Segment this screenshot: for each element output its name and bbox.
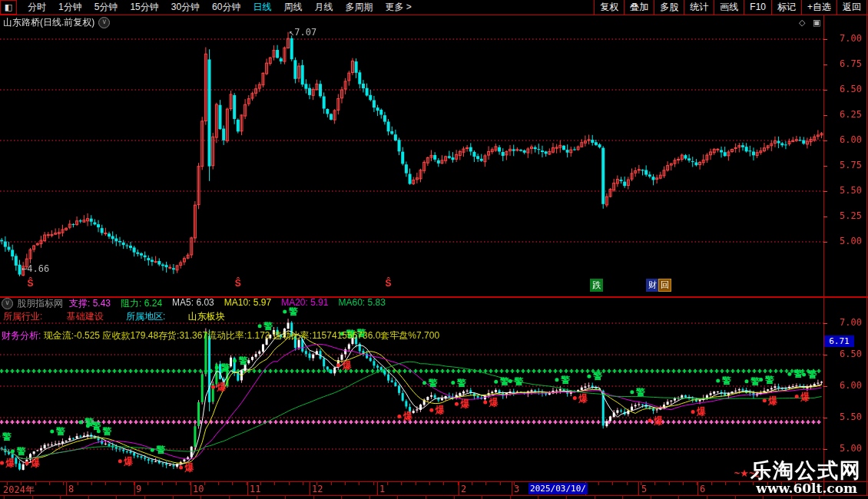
candlestick-chart-canvas[interactable] xyxy=(0,0,868,499)
axis-minor-tick xyxy=(91,482,92,485)
period-tab[interactable]: 周线 xyxy=(277,0,308,15)
month-separator xyxy=(377,482,378,495)
axis-minor-tick xyxy=(35,482,36,485)
axis-minor-tick xyxy=(49,482,50,485)
month-separator xyxy=(134,482,135,495)
period-tab[interactable]: 15分钟 xyxy=(124,0,164,15)
toolbar-button[interactable]: 多股 xyxy=(654,0,684,15)
axis-tick xyxy=(823,90,827,91)
clipped-row-tick xyxy=(622,496,623,499)
event-tag[interactable]: 回 xyxy=(658,279,671,292)
axis-price-label: 5.00 xyxy=(827,443,862,454)
month-separator xyxy=(66,482,67,495)
period-tab[interactable]: 更多 > xyxy=(379,0,417,15)
month-label: 2024年 xyxy=(3,484,35,497)
axis-minor-tick xyxy=(443,482,444,485)
indicator-pair: MA20: 5.91 xyxy=(281,297,328,310)
event-tag[interactable]: 财 xyxy=(646,279,659,292)
toolbar-button[interactable]: 统计 xyxy=(684,0,714,15)
layout-icon[interactable]: ▣ xyxy=(813,18,820,28)
axis-minor-tick xyxy=(162,482,163,485)
axis-price-label: 6.00 xyxy=(827,380,862,391)
collapse-chevron-icon[interactable]: ∨ xyxy=(98,17,110,28)
dividend-mark: Ŝ xyxy=(235,278,241,289)
axis-minor-tick xyxy=(218,482,219,485)
top-toolbar: ◧ 分时1分钟5分钟15分钟30分钟60分钟日线周线月线多周期更多 > 复权叠加… xyxy=(0,0,868,15)
axis-tick xyxy=(823,418,827,418)
axis-tick xyxy=(823,166,827,167)
toolbar-button[interactable]: 返回 xyxy=(837,0,867,15)
axis-minor-tick xyxy=(697,482,697,485)
clipped-row-tick xyxy=(257,496,257,499)
axis-minor-tick xyxy=(331,482,332,485)
event-tag[interactable]: 跌 xyxy=(590,279,603,292)
clipped-row-tick xyxy=(144,496,145,499)
indicator-pair: 支撑: 5.43 xyxy=(69,297,111,310)
clipped-row-tick xyxy=(88,496,89,499)
axis-minor-tick xyxy=(458,482,459,485)
period-tab[interactable]: 5分钟 xyxy=(88,0,124,15)
month-separator xyxy=(247,482,248,495)
toolbar-buttons: 复权叠加多股统计画线F10标记+自选返回 xyxy=(594,0,867,15)
clipped-row-tick xyxy=(116,496,117,499)
axis-minor-tick xyxy=(627,482,628,485)
toolbar-divider xyxy=(0,15,868,15)
period-tab[interactable]: 多周期 xyxy=(339,0,379,15)
clipped-row-tick xyxy=(200,496,201,499)
period-tab[interactable]: 月线 xyxy=(308,0,339,15)
watermark-site-url: www.60lt.com xyxy=(756,481,857,496)
axis-price-label: 5.75 xyxy=(827,160,862,170)
clipped-row-tick xyxy=(426,496,426,499)
period-tab[interactable]: 日线 xyxy=(247,0,277,15)
axis-minor-tick xyxy=(683,482,684,485)
clipped-row-tick xyxy=(229,496,230,499)
brand-label: 股朋指标网 xyxy=(17,297,63,310)
toolbar-button[interactable]: 标记 xyxy=(771,0,801,15)
month-label: 10 xyxy=(193,484,204,494)
indicator-pair: MA10: 5.97 xyxy=(224,297,271,310)
period-tab[interactable]: 1分钟 xyxy=(52,0,88,15)
month-separator xyxy=(310,482,310,495)
axis-minor-tick xyxy=(105,482,106,485)
month-separator xyxy=(459,482,459,495)
toolbar-button[interactable]: 复权 xyxy=(594,0,624,15)
period-tab[interactable]: 30分钟 xyxy=(165,0,206,15)
diamond-icon[interactable]: ◇ xyxy=(799,18,805,28)
indicator-pair: MA5: 6.03 xyxy=(172,297,214,310)
axis-minor-tick xyxy=(303,482,303,485)
axis-price-label: 7.00 xyxy=(827,33,862,44)
axis-tick xyxy=(823,115,827,116)
month-label: 12 xyxy=(312,484,323,494)
axis-bottom-line xyxy=(0,495,868,496)
indicator-pair: MA60: 5.83 xyxy=(339,297,386,310)
chart-title-row: 山东路桥(日线.前复权) ∨ xyxy=(3,16,110,29)
clipped-row-tick xyxy=(285,496,286,499)
brand-collapse-icon[interactable]: ∨ xyxy=(2,298,13,309)
chart-title: 山东路桥(日线.前复权) xyxy=(3,16,94,29)
axis-minor-tick xyxy=(289,482,290,485)
region-value[interactable]: 山东板块 xyxy=(188,311,225,322)
toolbar-button[interactable]: 画线 xyxy=(714,0,744,15)
industry-value[interactable]: 基础建设 xyxy=(67,311,104,322)
toolbar-button[interactable]: 叠加 xyxy=(624,0,654,15)
selected-date-badge: 2025/03/10/— xyxy=(528,483,588,494)
axis-minor-tick xyxy=(204,482,205,485)
axis-tick xyxy=(823,355,827,355)
axis-minor-tick xyxy=(598,482,599,485)
axis-price-label: 7.00 xyxy=(827,317,862,328)
period-tab[interactable]: 60分钟 xyxy=(206,0,247,15)
axis-price-label: 5.25 xyxy=(827,210,862,221)
toolbar-button[interactable]: F10 xyxy=(744,0,771,15)
clipped-row-tick xyxy=(313,496,314,499)
clipped-row-tick xyxy=(341,496,342,499)
window-split-icon[interactable]: ◧ xyxy=(0,0,17,15)
axis-top-line xyxy=(0,481,868,482)
axis-minor-tick xyxy=(739,482,740,485)
axis-price-label: 6.50 xyxy=(827,84,862,94)
month-separator xyxy=(638,482,639,495)
period-tab[interactable]: 分时 xyxy=(22,0,52,15)
toolbar-button[interactable]: +自选 xyxy=(801,0,837,15)
month-label: 8 xyxy=(68,484,74,494)
month-separator xyxy=(697,482,698,495)
clipped-row-tick xyxy=(454,496,455,499)
